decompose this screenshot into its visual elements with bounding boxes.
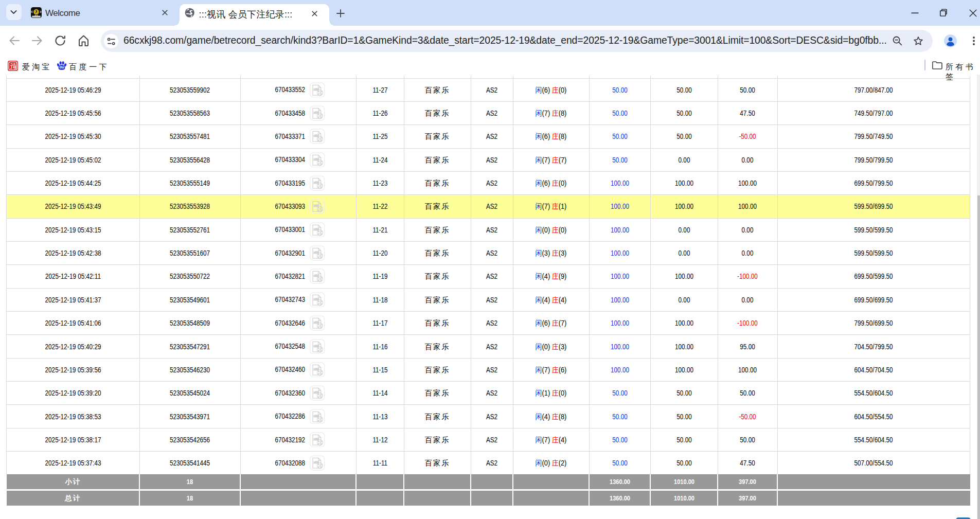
svg-text:du: du bbox=[60, 65, 64, 69]
